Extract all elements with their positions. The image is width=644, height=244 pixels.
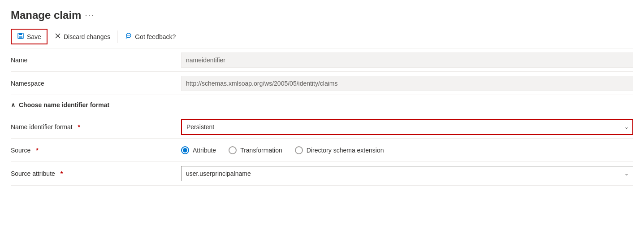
svg-rect-2	[19, 36, 22, 39]
feedback-label: Got feedback?	[135, 33, 176, 40]
namespace-label: Namespace	[11, 74, 181, 93]
chevron-up-icon: ∧	[11, 101, 15, 109]
more-options-icon[interactable]: ···	[85, 11, 94, 20]
name-identifier-format-control: Persistent Transient EmailAddress Unspec…	[181, 119, 633, 135]
toolbar-separator	[117, 30, 118, 43]
name-identifier-format-label: Name identifier format *	[11, 117, 181, 137]
name-input[interactable]	[181, 52, 633, 68]
svg-point-8	[129, 35, 130, 36]
save-icon	[17, 32, 24, 41]
source-radio-group: Attribute Transformation Directory schem…	[181, 146, 633, 154]
feedback-icon	[125, 32, 132, 41]
svg-point-7	[128, 35, 129, 36]
feedback-button[interactable]: Got feedback?	[120, 30, 181, 44]
discard-changes-button[interactable]: Discard changes	[49, 30, 116, 43]
name-row: Name	[11, 48, 633, 72]
discard-label: Discard changes	[64, 33, 110, 40]
required-mark: *	[78, 123, 80, 131]
radio-option-directory[interactable]: Directory schema extension	[295, 146, 384, 154]
source-attribute-required-mark: *	[61, 170, 63, 177]
form-section: Name Namespace ∧ Choose name identifier …	[11, 48, 633, 186]
source-attribute-row: Source attribute * user.userprincipalnam…	[11, 162, 633, 185]
source-row: Source * Attribute Transformation Direct…	[11, 139, 633, 162]
radio-option-attribute[interactable]: Attribute	[181, 146, 216, 154]
section-collapse-label: Choose name identifier format	[19, 101, 109, 109]
save-button[interactable]: Save	[11, 29, 48, 44]
discard-icon	[55, 33, 61, 40]
source-attribute-label: Source attribute *	[11, 164, 181, 183]
namespace-control	[181, 76, 633, 91]
save-label: Save	[27, 33, 41, 40]
radio-transformation-input[interactable]	[229, 146, 237, 154]
name-label: Name	[11, 50, 181, 70]
section-collapse[interactable]: ∧ Choose name identifier format	[11, 95, 633, 115]
source-control: Attribute Transformation Directory schem…	[181, 146, 633, 154]
radio-attribute-label: Attribute	[193, 147, 216, 154]
radio-directory-label: Directory schema extension	[307, 147, 384, 154]
radio-attribute-input[interactable]	[181, 146, 189, 154]
source-attribute-dropdown-wrapper: user.userprincipalname user.mail user.di…	[181, 166, 633, 181]
source-attribute-control: user.userprincipalname user.mail user.di…	[181, 166, 633, 181]
source-required-mark: *	[36, 147, 38, 154]
svg-rect-1	[19, 33, 22, 35]
name-identifier-format-dropdown-wrapper: Persistent Transient EmailAddress Unspec…	[181, 119, 633, 135]
namespace-row: Namespace	[11, 72, 633, 95]
name-identifier-format-row: Name identifier format * Persistent Tran…	[11, 115, 633, 139]
toolbar: Save Discard changes G	[11, 29, 633, 48]
source-label: Source *	[11, 140, 181, 160]
radio-transformation-label: Transformation	[240, 147, 282, 154]
page-title: Manage claim	[11, 9, 81, 22]
name-identifier-format-dropdown[interactable]: Persistent Transient EmailAddress Unspec…	[181, 119, 633, 135]
radio-option-transformation[interactable]: Transformation	[229, 146, 282, 154]
radio-directory-input[interactable]	[295, 146, 303, 154]
name-control	[181, 52, 633, 68]
namespace-input[interactable]	[181, 76, 633, 91]
svg-point-6	[127, 35, 128, 36]
source-attribute-dropdown[interactable]: user.userprincipalname user.mail user.di…	[181, 166, 633, 181]
